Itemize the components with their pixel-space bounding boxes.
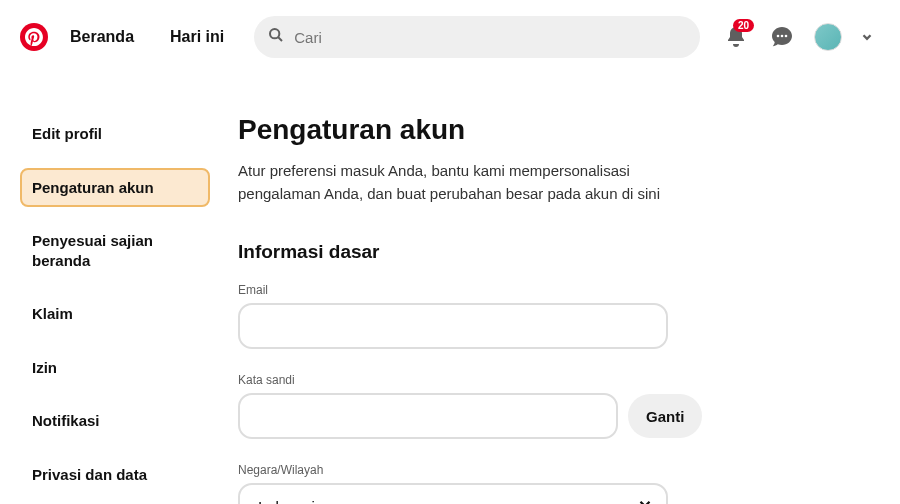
country-select[interactable]: Indonesia (238, 483, 668, 504)
password-field-row: Kata sandi Ganti (238, 373, 730, 439)
svg-point-2 (777, 35, 780, 38)
svg-point-0 (270, 29, 279, 38)
messages-button[interactable] (762, 17, 802, 57)
search-input[interactable] (254, 16, 700, 58)
sidebar-item-permissions[interactable]: Izin (20, 348, 210, 388)
email-input[interactable] (238, 303, 668, 349)
change-password-button[interactable]: Ganti (628, 394, 702, 438)
avatar (814, 23, 842, 51)
search-icon (268, 27, 284, 47)
section-basic-info: Informasi dasar (238, 241, 730, 263)
sidebar-item-home-feed-tuner[interactable]: Penyesuai sajian beranda (20, 221, 210, 280)
svg-line-1 (278, 37, 282, 41)
pinterest-icon (25, 28, 43, 46)
nav-home[interactable]: Beranda (56, 18, 148, 56)
pinterest-logo[interactable] (20, 23, 48, 51)
account-menu-toggle[interactable] (854, 24, 880, 50)
svg-point-4 (785, 35, 788, 38)
profile-button[interactable] (808, 17, 848, 57)
notifications-button[interactable]: 20 (716, 17, 756, 57)
sidebar-item-edit-profile[interactable]: Edit profil (20, 114, 210, 154)
country-field-row: Negara/Wilayah Indonesia (238, 463, 730, 504)
sidebar-item-privacy-data[interactable]: Privasi dan data (20, 455, 210, 495)
sidebar-item-notifications[interactable]: Notifikasi (20, 401, 210, 441)
country-label: Negara/Wilayah (238, 463, 730, 477)
password-label: Kata sandi (238, 373, 730, 387)
password-input[interactable] (238, 393, 618, 439)
chevron-down-icon (860, 30, 874, 44)
notification-badge: 20 (733, 19, 754, 32)
search-container (254, 16, 700, 58)
page-title: Pengaturan akun (238, 114, 730, 146)
nav-today[interactable]: Hari ini (156, 18, 238, 56)
chat-icon (770, 25, 794, 49)
page-subtitle: Atur preferensi masuk Anda, bantu kami m… (238, 160, 678, 205)
sidebar-item-account-settings[interactable]: Pengaturan akun (20, 168, 210, 208)
svg-point-3 (781, 35, 784, 38)
sidebar-item-claim[interactable]: Klaim (20, 294, 210, 334)
email-label: Email (238, 283, 730, 297)
email-field-row: Email (238, 283, 730, 349)
settings-sidebar: Edit profil Pengaturan akun Penyesuai sa… (20, 114, 210, 504)
main-panel: Pengaturan akun Atur preferensi masuk An… (210, 114, 730, 504)
